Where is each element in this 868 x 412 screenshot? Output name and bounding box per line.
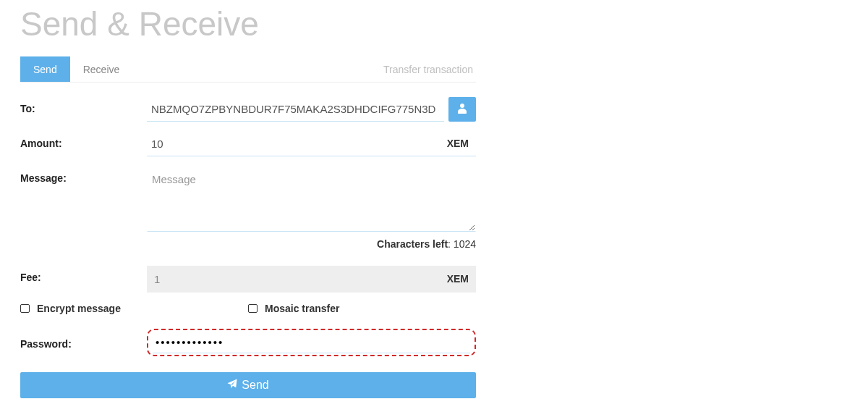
address-book-button[interactable] [448, 97, 476, 122]
password-label: Password: [20, 335, 147, 350]
characters-left-label: Characters left [377, 238, 448, 250]
tab-send[interactable]: Send [20, 56, 70, 82]
fee-label: Fee: [20, 266, 147, 283]
message-label: Message: [20, 167, 147, 184]
to-input[interactable] [147, 97, 444, 122]
contact-icon [457, 103, 467, 117]
password-input[interactable] [153, 332, 470, 353]
checkbox-icon [248, 304, 258, 313]
transfer-form: Send Receive Transfer transaction To: Am… [20, 56, 476, 398]
tab-receive[interactable]: Receive [70, 56, 133, 82]
tab-hint: Transfer transaction [383, 56, 476, 82]
encrypt-label-text: Encrypt message [37, 303, 121, 314]
encrypt-checkbox[interactable]: Encrypt message [20, 303, 248, 314]
password-highlight [147, 329, 476, 356]
tabs: Send Receive Transfer transaction [20, 56, 476, 83]
fee-input [147, 266, 476, 293]
characters-left-value: 1024 [454, 238, 476, 250]
send-button[interactable]: Send [20, 372, 476, 398]
page-title: Send & Receive [20, 4, 868, 43]
send-button-label: Send [242, 379, 268, 392]
message-input[interactable] [147, 167, 476, 232]
to-label: To: [20, 97, 147, 114]
mosaic-label-text: Mosaic transfer [265, 303, 339, 314]
amount-label: Amount: [20, 132, 147, 149]
mosaic-checkbox[interactable]: Mosaic transfer [248, 303, 476, 314]
amount-input[interactable] [147, 132, 476, 156]
characters-left: Characters left: 1024 [147, 238, 476, 250]
checkbox-icon [20, 304, 30, 313]
paper-plane-icon [227, 379, 237, 392]
